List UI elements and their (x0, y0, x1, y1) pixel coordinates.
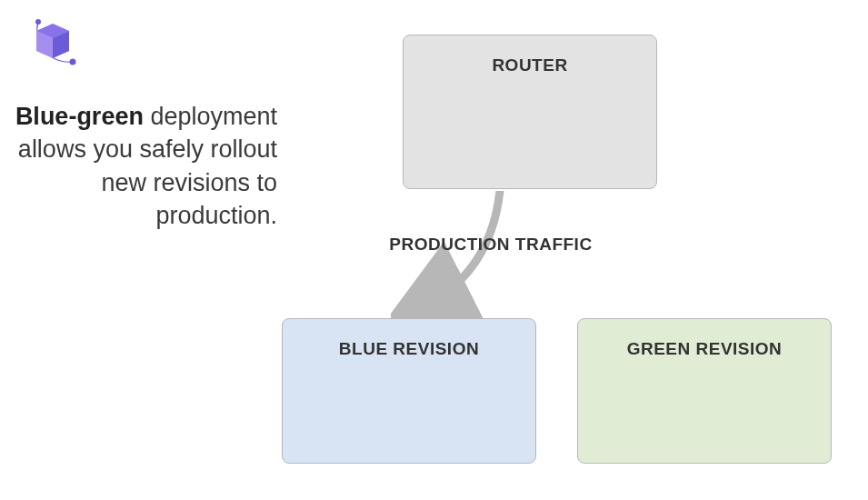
green-revision-label: GREEN REVISION (627, 339, 783, 358)
blue-revision-label: BLUE REVISION (339, 339, 479, 358)
blue-revision-box: BLUE REVISION (282, 318, 536, 464)
description-bold: Blue-green (15, 103, 144, 130)
container-apps-icon (27, 16, 82, 71)
traffic-arrow (391, 191, 545, 318)
diagram-stage: Blue-green deployment allows you safely … (0, 0, 868, 500)
green-revision-box: GREEN REVISION (577, 318, 832, 464)
traffic-label: PRODUCTION TRAFFIC (364, 235, 618, 255)
description-text: Blue-green deployment allows you safely … (9, 100, 277, 233)
router-box: ROUTER (403, 35, 657, 189)
router-label: ROUTER (492, 55, 567, 75)
